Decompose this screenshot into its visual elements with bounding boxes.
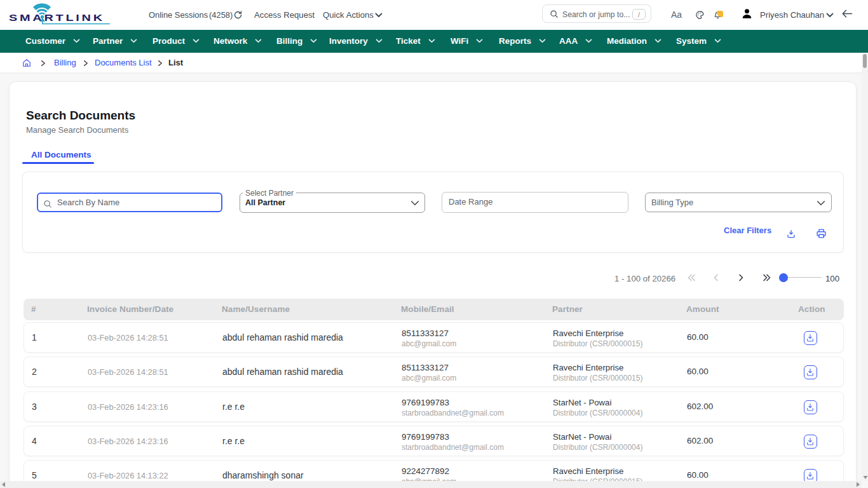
svg-text:SMARTLINK: SMARTLINK [9,12,105,23]
